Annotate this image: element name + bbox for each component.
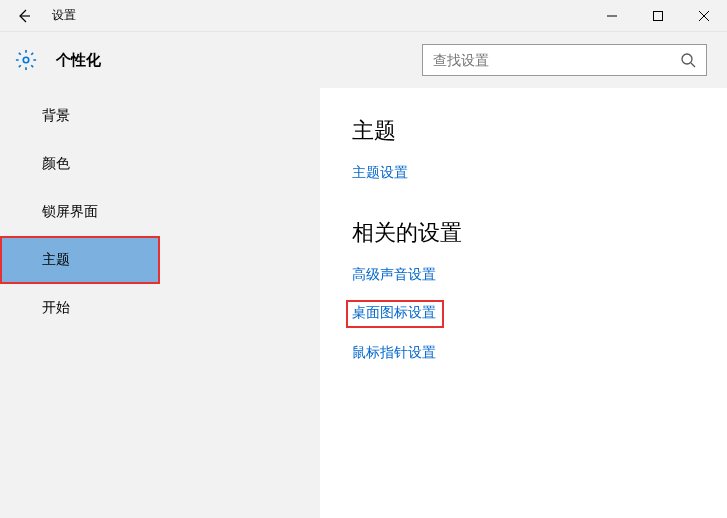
svg-point-2 (682, 54, 692, 64)
link-desktop-icons[interactable]: 桌面图标设置 (348, 302, 442, 326)
sidebar-item-label: 开始 (42, 299, 70, 317)
gear-icon (14, 48, 38, 72)
search-input[interactable] (433, 52, 680, 68)
link-theme-settings[interactable]: 主题设置 (352, 164, 408, 182)
close-icon (699, 11, 709, 21)
svg-point-1 (23, 57, 29, 63)
link-mouse-pointer[interactable]: 鼠标指针设置 (352, 344, 436, 362)
sidebar-item-label: 颜色 (42, 155, 70, 173)
search-box[interactable] (422, 44, 707, 76)
minimize-icon (607, 11, 617, 21)
minimize-button[interactable] (589, 0, 635, 32)
search-icon (680, 52, 696, 68)
maximize-button[interactable] (635, 0, 681, 32)
section-title-related: 相关的设置 (352, 218, 727, 248)
sidebar-item-colors[interactable]: 颜色 (0, 140, 320, 188)
link-advanced-sound[interactable]: 高级声音设置 (352, 266, 436, 284)
sidebar-item-start[interactable]: 开始 (0, 284, 320, 332)
maximize-icon (653, 11, 663, 21)
sidebar-item-lockscreen[interactable]: 锁屏界面 (0, 188, 320, 236)
main: 背景 颜色 锁屏界面 主题 开始 主题 主题设置 相关的设置 高级声音设置 桌面… (0, 88, 727, 518)
sidebar: 背景 颜色 锁屏界面 主题 开始 (0, 88, 320, 518)
sidebar-item-themes[interactable]: 主题 (0, 236, 160, 284)
sidebar-item-label: 背景 (42, 107, 70, 125)
arrow-left-icon (16, 8, 32, 24)
window-controls (589, 0, 727, 32)
svg-rect-0 (654, 11, 663, 20)
titlebar: 设置 (0, 0, 727, 32)
sidebar-item-label: 主题 (42, 251, 70, 269)
content: 主题 主题设置 相关的设置 高级声音设置 桌面图标设置 鼠标指针设置 (320, 88, 727, 518)
window-title: 设置 (48, 7, 589, 24)
sidebar-item-label: 锁屏界面 (42, 203, 98, 221)
header: 个性化 (0, 32, 727, 88)
sidebar-item-background[interactable]: 背景 (0, 92, 320, 140)
page-title: 个性化 (56, 51, 422, 70)
close-button[interactable] (681, 0, 727, 32)
back-button[interactable] (0, 0, 48, 32)
section-title-themes: 主题 (352, 116, 727, 146)
